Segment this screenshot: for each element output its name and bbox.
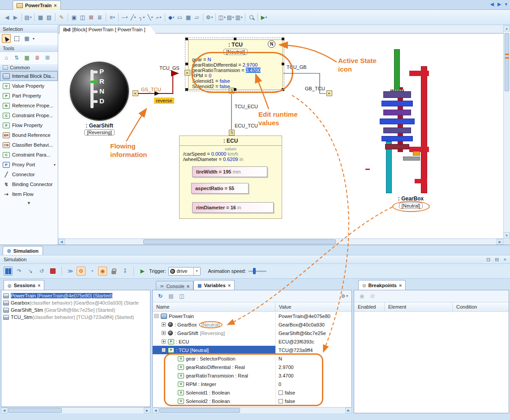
ecu-tcu-port[interactable]: ⇅ [229,130,235,136]
session-row[interactable]: Gearbox(classifier behavior) [GearBox@40… [1,299,150,306]
document-tab-close-icon[interactable]: × [54,3,56,8]
tool-button[interactable]: ⇅ [12,53,21,62]
expander-icon[interactable] [162,348,166,352]
ecu-block[interactable]: : ECU values /carSpeed = 0.0000 km/h /wh… [179,136,282,219]
remove-breakpoint-icon[interactable]: ⊘ [369,292,377,300]
scroll-right-icon[interactable]: ▶ [144,407,150,413]
palette-item[interactable]: Internal Block Dia... [0,71,58,81]
hscroll-thumb[interactable] [143,239,336,244]
palette-item[interactable]: ↯ Binding Connector [0,179,58,189]
value-editable[interactable]: N [208,57,211,62]
gearshift-port[interactable]: ▸ [133,90,138,96]
toolbar-icon[interactable] [34,13,34,21]
gb-tcu-port[interactable]: ▸ [326,90,332,96]
tab-simulation[interactable]: ◎ Simulation [3,246,43,255]
trigger-dropdown-icon[interactable]: ▾ [193,267,200,275]
gearshift-name[interactable]: : GearShift [71,123,128,129]
variables-row[interactable]: : GearBox [Neutral] GearBox@40c0a930 [153,320,351,329]
close-window-icon[interactable]: × [504,257,506,263]
variables-row[interactable]: V Solenoid1 : Boolean false [153,388,351,397]
palette-item[interactable]: BR Bound Reference [0,130,58,140]
pause-button[interactable] [4,267,13,276]
toolbar-icon[interactable]: ▤ [24,13,32,21]
variable-value[interactable]: N [279,356,282,361]
toolbar-icon[interactable] [68,13,68,21]
selection-handle[interactable] [185,63,188,65]
toolbar-icon[interactable]: ◫ [79,13,86,21]
session-row[interactable]: TCU_Stm(classifier behavior) [TCU@723a9f… [1,314,150,321]
toolbar-icon[interactable]: ▱ [193,13,201,21]
variable-value[interactable]: 3.4700 [279,373,294,378]
variable-value[interactable]: 0 [279,382,281,387]
column-name[interactable]: Name [153,302,275,311]
tool-button[interactable]: ⊞ [43,53,52,62]
session-row[interactable]: GearShift_Stm [GearShift@6bc7e25e] (Star… [1,306,150,314]
gearshift-state-badge[interactable]: [Reversing] [84,129,115,136]
toolbar-icon[interactable]: ◀ [3,13,11,21]
add-breakpoint-icon[interactable]: ◉ [358,292,366,300]
selection-handle[interactable] [234,38,236,40]
toggle-button[interactable]: ◔ [87,267,96,276]
toolbar-icon[interactable]: ╲ [146,13,154,21]
variables-row[interactable]: : GearShift [Reversing] GearShift@6bc7e2… [153,329,351,337]
value-checkbox[interactable] [279,390,283,395]
active-state-icon[interactable]: N [268,40,275,48]
tab-nav-back-icon[interactable]: ◀ [490,1,494,7]
palette-item[interactable]: V Value Property [0,81,58,91]
toolbar-icon[interactable] [203,13,203,21]
sessions-hscrollbar[interactable]: ◀ ▶ [1,407,150,413]
toolbar-icon[interactable] [118,13,119,21]
pin-window-icon[interactable]: ⊟ [495,257,499,263]
palette-header-selection[interactable]: Selection [0,25,58,33]
toolbar-icon[interactable]: ▧ [45,13,53,21]
selection-handle[interactable] [282,88,284,91]
pointer-tool-button[interactable] [2,34,11,43]
diagram-hscrollbar[interactable]: ◀ ▶ [58,238,503,245]
toolbar-icon[interactable]: ▭ [176,13,184,21]
toolbar-icon[interactable]: ▶ [12,13,19,21]
selection-tools-dropdown-icon[interactable]: ▾ [33,37,34,41]
variable-value[interactable]: TCU@723a9ff4 [279,348,313,353]
toolbar-icon[interactable]: ✎ [58,13,65,21]
toolbar-icon[interactable]: ≡ [108,13,116,21]
tool-button[interactable]: ▦ [22,53,31,62]
toolbar-icon[interactable] [248,13,255,21]
scroll-left-icon[interactable]: ◀ [1,407,8,413]
variable-value[interactable]: GearBox@40c0a930 [279,322,325,327]
scroll-right-icon[interactable]: ▶ [497,239,503,245]
toolbar-icon[interactable] [55,13,56,21]
palette-more-icon[interactable]: ▼ [0,199,58,205]
gearbox-image[interactable] [380,45,454,195]
scroll-left-icon[interactable]: ◀ [58,239,65,245]
gearbox-state-badge[interactable]: [Neutral] [399,203,423,209]
runtime-value-line[interactable]: gear = N [192,57,283,62]
vscroll-thumb[interactable] [505,33,509,91]
group-select-tool-button[interactable]: ▦ [22,34,31,43]
column-enabled[interactable]: Enabled [354,302,385,311]
tool-button[interactable]: ≣ [33,53,42,62]
runtime-value-line[interactable]: gearRatioTransmision = 3.4700 [192,68,283,73]
item-flow-label[interactable]: reverse [154,98,174,104]
sessions-close-icon[interactable]: × [38,283,40,288]
column-element[interactable]: Element [385,302,453,311]
selection-handle[interactable] [234,88,236,91]
ecu-value-line[interactable]: /wheelDiameter = 0.6209 in [180,157,282,162]
gearbox-name[interactable]: : GearBox [376,195,446,202]
gb-tcu-port-label[interactable]: GB_TCU [305,86,325,91]
palette-item[interactable]: F Flow Property [0,120,58,130]
console-close-icon[interactable]: × [187,284,189,289]
tcu-gs-port-label[interactable]: TCU_GS [159,65,180,71]
palette-item[interactable]: ╱ Connector [0,170,58,179]
scroll-up-icon[interactable]: ▲ [503,25,510,31]
toolbar-icon[interactable]: ▦ [37,13,44,21]
toggle-button[interactable]: ≫ [66,267,75,276]
toolbar-icon[interactable] [165,13,165,21]
palette-item[interactable]: R Reference Prope... [0,101,58,110]
palette-item[interactable]: P Proxy Port ▾ [0,160,58,170]
toolbar-icon[interactable]: ≣ [96,13,103,21]
float-window-icon[interactable]: ⊡ [486,257,490,263]
breadcrumb[interactable]: ibd [Block] PowerTrain [ PowerTrain ] [59,25,156,34]
variable-value[interactable]: ECU@23f6393c [279,339,314,344]
toolbar-icon[interactable]: ▤ [227,13,234,21]
palette-header-tools[interactable]: Tools [0,44,58,52]
